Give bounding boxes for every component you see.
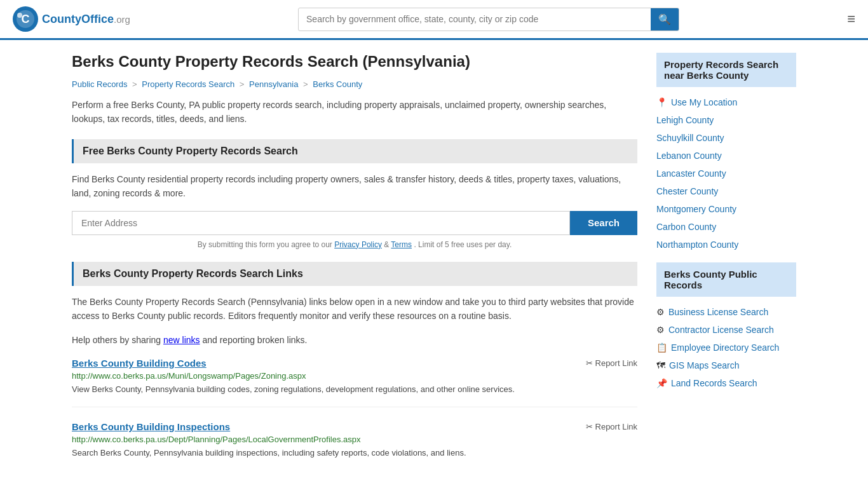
link-title-row: Berks County Building Inspections ✂ Repo… <box>72 421 637 432</box>
svg-text:C: C <box>22 13 30 25</box>
sidebar-business-license: ⚙ Business License Search <box>656 303 796 321</box>
page-title: Berks County Property Records Search (Pe… <box>72 53 637 71</box>
gis-maps-link[interactable]: GIS Maps Search <box>669 360 740 370</box>
breadcrumb-sep-2: > <box>240 79 245 89</box>
sidebar-chester-county[interactable]: Chester County <box>656 182 796 200</box>
gear-icon: ⚙ <box>656 307 665 317</box>
sidebar-gis-maps: 🗺 GIS Maps Search <box>656 356 796 374</box>
sidebar-lebanon-county[interactable]: Lebanon County <box>656 147 796 165</box>
breadcrumb-property-records[interactable]: Property Records Search <box>142 79 234 89</box>
site-header: C CountyOffice.org 🔍 ≡ <box>0 0 868 40</box>
sidebar-contractor-license: ⚙ Contractor License Search <box>656 321 796 339</box>
sidebar-carbon-county[interactable]: Carbon County <box>656 218 796 236</box>
new-links-link[interactable]: new links <box>163 335 200 345</box>
global-search-input[interactable] <box>299 9 651 29</box>
link-building-codes[interactable]: Berks County Building Codes <box>72 358 207 369</box>
link-item: Berks County Building Codes ✂ Report Lin… <box>72 358 637 408</box>
business-license-link[interactable]: Business License Search <box>668 307 768 317</box>
use-location-button[interactable]: 📍 Use My Location <box>656 93 796 111</box>
free-search-header: Free Berks County Property Records Searc… <box>72 139 637 163</box>
main-layout: Berks County Property Records Search (Pe… <box>59 40 809 488</box>
global-search-bar: 🔍 <box>298 8 679 31</box>
sidebar-montgomery-county[interactable]: Montgomery County <box>656 200 796 218</box>
global-search-button[interactable]: 🔍 <box>651 8 679 30</box>
form-disclaimer: By submitting this form you agree to our… <box>72 240 637 249</box>
logo[interactable]: C CountyOffice.org <box>13 6 130 32</box>
breadcrumb-public-records[interactable]: Public Records <box>72 79 127 89</box>
report-link-button[interactable]: ✂ Report Link <box>586 358 637 368</box>
breadcrumb-sep-1: > <box>132 79 137 89</box>
svg-point-3 <box>17 13 22 18</box>
sidebar-lehigh-county[interactable]: Lehigh County <box>656 111 796 129</box>
links-section-description: The Berks County Property Records Search… <box>72 295 637 323</box>
report-icon: ✂ <box>586 422 593 431</box>
breadcrumb: Public Records > Property Records Search… <box>72 79 637 89</box>
free-search-description: Find Berks County residential property r… <box>72 172 637 201</box>
search-icon: 🔍 <box>658 14 671 25</box>
menu-button[interactable]: ≡ <box>847 11 855 27</box>
sidebar-land-records: 📌 Land Records Search <box>656 374 796 392</box>
location-icon: 📍 <box>656 97 667 107</box>
employee-directory-link[interactable]: Employee Directory Search <box>671 342 779 353</box>
links-list: Berks County Building Codes ✂ Report Lin… <box>72 358 637 471</box>
link-url: http://www.co.berks.pa.us/Dept/Planning/… <box>72 435 637 444</box>
terms-link[interactable]: Terms <box>391 240 412 249</box>
logo-icon: C <box>13 6 38 32</box>
nearby-section-title: Property Records Search near Berks Count… <box>656 53 796 87</box>
land-records-link[interactable]: Land Records Search <box>671 378 757 388</box>
public-records-section-title: Berks County Public Records <box>656 262 796 297</box>
address-search-row: Search <box>72 211 637 235</box>
sidebar: Property Records Search near Berks Count… <box>656 53 796 485</box>
links-section-header: Berks County Property Records Search Lin… <box>72 262 637 286</box>
link-building-inspections[interactable]: Berks County Building Inspections <box>72 421 230 432</box>
logo-text: CountyOffice.org <box>42 13 130 26</box>
address-search-button[interactable]: Search <box>570 211 637 235</box>
directory-icon: 📋 <box>656 342 667 353</box>
intro-text: Perform a free Berks County, PA public p… <box>72 98 637 126</box>
link-item: Berks County Building Inspections ✂ Repo… <box>72 421 637 471</box>
pin-icon: 📌 <box>656 378 667 388</box>
main-content: Berks County Property Records Search (Pe… <box>72 53 637 485</box>
breadcrumb-pennsylvania[interactable]: Pennsylvania <box>249 79 298 89</box>
contractor-license-link[interactable]: Contractor License Search <box>668 325 774 335</box>
link-description: Search Berks County, Pennsylvania buildi… <box>72 447 637 459</box>
gear-icon: ⚙ <box>656 325 665 335</box>
breadcrumb-sep-3: > <box>303 79 308 89</box>
privacy-policy-link[interactable]: Privacy Policy <box>334 240 382 249</box>
help-text: Help others by sharing new links and rep… <box>72 333 637 347</box>
map-icon: 🗺 <box>656 360 665 370</box>
address-search-input[interactable] <box>72 211 570 235</box>
link-url: http://www.co.berks.pa.us/Muni/Longswamp… <box>72 371 637 381</box>
sidebar-northampton-county[interactable]: Northampton County <box>656 236 796 254</box>
hamburger-icon: ≡ <box>847 11 855 27</box>
link-description: View Berks County, Pennsylvania building… <box>72 383 637 396</box>
report-link-button[interactable]: ✂ Report Link <box>586 422 637 431</box>
sidebar-lancaster-county[interactable]: Lancaster County <box>656 165 796 182</box>
link-title-row: Berks County Building Codes ✂ Report Lin… <box>72 358 637 369</box>
sidebar-employee-directory: 📋 Employee Directory Search <box>656 339 796 356</box>
breadcrumb-berks-county[interactable]: Berks County <box>313 79 362 89</box>
report-icon: ✂ <box>586 358 593 368</box>
sidebar-schuylkill-county[interactable]: Schuylkill County <box>656 129 796 147</box>
